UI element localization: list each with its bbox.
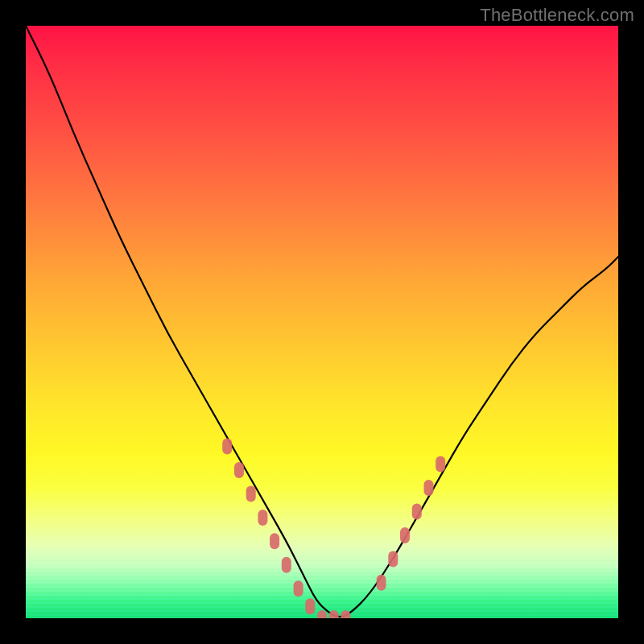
- chart-frame: TheBottleneck.com: [0, 0, 644, 644]
- svg-rect-13: [400, 527, 410, 543]
- highlight-markers-right: [377, 456, 446, 591]
- highlight-markers-left: [222, 439, 350, 618]
- svg-rect-6: [294, 580, 303, 597]
- svg-rect-1: [234, 462, 244, 478]
- bottleneck-curve-path: [26, 26, 618, 617]
- svg-rect-10: [341, 610, 350, 618]
- svg-rect-16: [436, 456, 445, 473]
- svg-rect-3: [258, 510, 267, 526]
- curve-svg: [26, 26, 618, 618]
- svg-rect-14: [412, 504, 422, 520]
- svg-rect-11: [377, 575, 386, 591]
- svg-rect-4: [270, 533, 279, 549]
- svg-rect-0: [222, 439, 232, 455]
- svg-rect-9: [329, 610, 339, 618]
- svg-rect-15: [424, 480, 434, 496]
- plot-area: [26, 26, 618, 618]
- svg-rect-7: [305, 598, 315, 614]
- watermark-text: TheBottleneck.com: [480, 5, 634, 26]
- svg-rect-5: [282, 557, 291, 573]
- svg-rect-8: [317, 610, 327, 618]
- svg-rect-12: [388, 551, 398, 567]
- svg-rect-2: [246, 485, 256, 502]
